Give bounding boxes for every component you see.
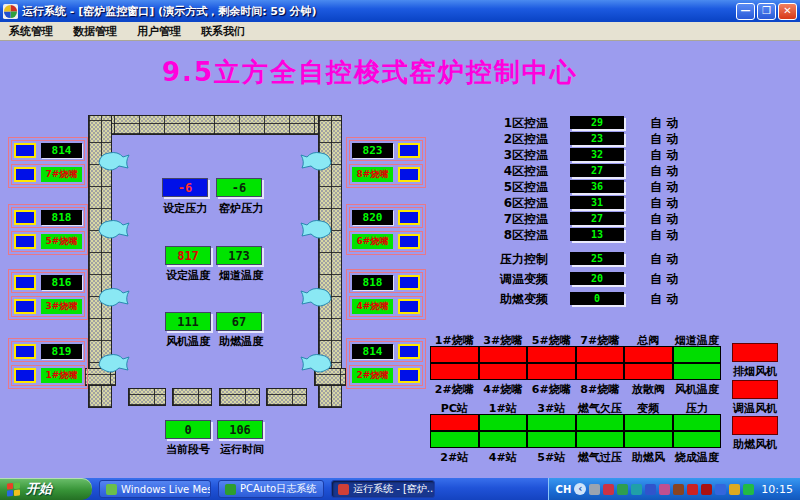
tray-icon[interactable] <box>687 484 698 495</box>
burner-temp-display: 820 <box>352 210 393 225</box>
burner-module-5: 818 5#烧嘴 <box>8 204 88 255</box>
runtime-label: 运行时间 <box>210 442 274 457</box>
control-display[interactable]: 20 <box>570 272 624 285</box>
zone-temp-display[interactable]: 31 <box>570 196 624 209</box>
status-cell <box>430 414 479 431</box>
clock: 10:15 <box>761 483 793 496</box>
burner-temp-display: 818 <box>41 210 82 225</box>
set-temp-display[interactable]: 817 <box>165 246 211 265</box>
burner-label: 1#烧嘴 <box>41 368 82 383</box>
set-pressure-display[interactable]: -6 <box>162 178 208 197</box>
menu-user[interactable]: 用户管理 <box>137 24 181 39</box>
burner-valve-button[interactable] <box>14 210 36 225</box>
tray-collapse-chevron[interactable]: ‹ <box>574 483 586 495</box>
menu-data[interactable]: 数据管理 <box>73 24 117 39</box>
zone-temp-display[interactable]: 32 <box>570 148 624 161</box>
menu-system[interactable]: 系统管理 <box>9 24 53 39</box>
start-button[interactable]: 开始 <box>0 478 92 500</box>
temper-fan-indicator <box>732 380 778 399</box>
zone-temp-display[interactable]: 23 <box>570 132 624 145</box>
taskbar-task-pcauto-log[interactable]: PCAuto日志系统 <box>218 480 324 498</box>
language-indicator[interactable]: CH <box>556 484 572 495</box>
zone-temp-display[interactable]: 29 <box>570 116 624 129</box>
kiln-car-segment <box>219 388 260 406</box>
kiln-pressure-label: 窑炉压力 <box>209 201 273 216</box>
burner-valve-button[interactable] <box>14 167 36 182</box>
burner-valve-button[interactable] <box>398 234 420 249</box>
tray-icon[interactable] <box>617 484 628 495</box>
kiln-car-segment <box>128 388 166 406</box>
kiln-car-segment <box>266 388 307 406</box>
burner-valve-button[interactable] <box>398 275 420 290</box>
burner-module-4: 818 4#烧嘴 <box>346 269 426 320</box>
comb-temp-label: 助燃温度 <box>209 334 273 349</box>
status-cell <box>527 363 576 380</box>
tray-icon[interactable] <box>701 484 712 495</box>
zone-temp-display[interactable]: 27 <box>570 212 624 225</box>
burner-valve-button[interactable] <box>14 234 36 249</box>
control-mode: 自 动 <box>650 251 710 268</box>
control-display[interactable]: 0 <box>570 292 624 305</box>
tray-icon[interactable] <box>645 484 656 495</box>
burner-valve-button[interactable] <box>14 299 36 314</box>
burner-valve-button[interactable] <box>398 344 420 359</box>
tray-icon[interactable] <box>673 484 684 495</box>
restore-button[interactable]: ❐ <box>757 3 776 20</box>
tray-icon[interactable] <box>603 484 614 495</box>
burner-valve-button[interactable] <box>398 368 420 383</box>
control-display[interactable]: 25 <box>570 252 624 265</box>
burner-label: 8#烧嘴 <box>352 167 393 182</box>
status-cell <box>673 414 722 431</box>
burner-label: 2#烧嘴 <box>352 368 393 383</box>
burner-temp-display: 814 <box>41 143 82 158</box>
fan-temp-display: 111 <box>165 312 211 331</box>
desktop: 运行系统 - [窑炉监控窗口] (演示方式，剩余时间: 59 分钟) — ❐ ✕… <box>0 0 800 500</box>
taskbar: 开始 Windows Live Mes... PCAuto日志系统 运行系统 -… <box>0 478 800 500</box>
burner-valve-button[interactable] <box>14 143 36 158</box>
status-cell <box>673 363 722 380</box>
status-cell <box>624 363 673 380</box>
tray-icon[interactable] <box>729 484 740 495</box>
burner-label: 5#烧嘴 <box>41 234 82 249</box>
status-cell <box>576 414 625 431</box>
tray-icon[interactable] <box>631 484 642 495</box>
control-label: 调温变频 <box>468 271 548 288</box>
burner-temp-display: 818 <box>352 275 393 290</box>
status-cell <box>479 431 528 448</box>
burner-temp-display: 814 <box>352 344 393 359</box>
zone-temp-display[interactable]: 27 <box>570 164 624 177</box>
taskbar-task-run-system[interactable]: 运行系统 - [窑炉... <box>331 480 435 498</box>
tray-icon[interactable] <box>743 484 754 495</box>
flue-temp-display: 173 <box>216 246 262 265</box>
zone-temp-display[interactable]: 36 <box>570 180 624 193</box>
burner-grid-bottom-headers: 2#烧嘴 4#烧嘴 6#烧嘴 8#烧嘴 放散阀 风机温度 <box>430 382 721 397</box>
burner-valve-button[interactable] <box>14 275 36 290</box>
burner-module-8: 823 8#烧嘴 <box>346 137 426 188</box>
status-cell <box>576 346 625 363</box>
tray-icon[interactable] <box>715 484 726 495</box>
burner-valve-button[interactable] <box>398 299 420 314</box>
burner-valve-button[interactable] <box>14 368 36 383</box>
station-grid-row2 <box>430 431 721 448</box>
burner-valve-button[interactable] <box>398 143 420 158</box>
burner-valve-button[interactable] <box>398 167 420 182</box>
run-system-icon <box>338 484 349 495</box>
burner-valve-button[interactable] <box>14 344 36 359</box>
burner-label: 4#烧嘴 <box>352 299 393 314</box>
minimize-button[interactable]: — <box>736 3 755 20</box>
status-cell <box>527 431 576 448</box>
zone-label: 4区控温 <box>468 163 548 180</box>
zone-mode: 自 动 <box>650 227 710 244</box>
tray-icon[interactable] <box>589 484 600 495</box>
burner-module-6: 820 6#烧嘴 <box>346 204 426 255</box>
zone-temp-display[interactable]: 13 <box>570 228 624 241</box>
zone-label: 6区控温 <box>468 195 548 212</box>
burner-valve-button[interactable] <box>398 210 420 225</box>
close-button[interactable]: ✕ <box>778 3 797 20</box>
tray-icon[interactable] <box>659 484 670 495</box>
zone-label: 3区控温 <box>468 147 548 164</box>
zone-mode: 自 动 <box>650 131 710 148</box>
status-cell <box>576 431 625 448</box>
menu-contact[interactable]: 联系我们 <box>201 24 245 39</box>
taskbar-task-messenger[interactable]: Windows Live Mes... <box>99 480 211 498</box>
